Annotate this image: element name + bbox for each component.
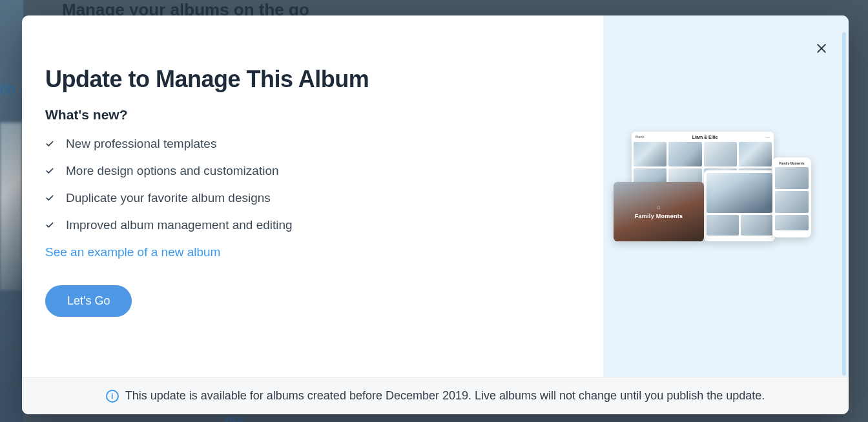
camera-icon: ⌂	[635, 204, 683, 210]
preview-thumb	[707, 215, 739, 236]
feature-text: Duplicate your favorite album designs	[66, 191, 271, 205]
feature-list: New professional templates More design o…	[45, 137, 577, 232]
check-icon	[45, 139, 54, 148]
modal-subtitle: What's new?	[45, 107, 577, 123]
feature-text: Improved album management and editing	[66, 218, 293, 232]
modal-content: Update to Manage This Album What's new? …	[22, 15, 603, 377]
preview-phone-title: Family Moments	[775, 161, 809, 165]
check-icon	[45, 221, 54, 230]
lets-go-button[interactable]: Let's Go	[45, 285, 132, 317]
preview-back-label: Back	[636, 135, 644, 139]
preview-thumb	[634, 142, 666, 166]
preview-phone-card: Family Moments	[772, 157, 811, 237]
check-icon	[45, 166, 54, 176]
preview-menu-icon: ⋯	[766, 135, 770, 139]
modal-preview-panel: Back Liam & Ellie ⋯	[603, 15, 849, 377]
preview-thumb	[775, 191, 809, 213]
modal-footer: i This update is available for albums cr…	[22, 377, 849, 414]
preview-cluster: Back Liam & Ellie ⋯	[607, 132, 840, 280]
feature-item: Improved album management and editing	[45, 218, 577, 232]
preview-thumb	[775, 215, 809, 230]
preview-desktop-title: Liam & Ellie	[692, 135, 718, 139]
update-modal: Update to Manage This Album What's new? …	[22, 15, 849, 414]
modal-title: Update to Manage This Album	[45, 66, 577, 93]
preview-cover-title: Family Moments	[635, 213, 683, 219]
feature-text: New professional templates	[66, 137, 216, 151]
preview-thumb	[739, 142, 772, 166]
preview-thumb	[741, 215, 773, 236]
close-button[interactable]	[810, 37, 833, 61]
preview-thumb	[775, 167, 809, 189]
modal-body: Update to Manage This Album What's new? …	[22, 15, 849, 377]
feature-item: Duplicate your favorite album designs	[45, 191, 577, 205]
feature-item: New professional templates	[45, 137, 577, 151]
check-icon	[45, 194, 54, 203]
info-icon: i	[106, 390, 119, 403]
close-icon	[815, 42, 828, 57]
preview-tablet-card	[704, 170, 775, 241]
preview-thumb	[668, 142, 701, 166]
example-link[interactable]: See an example of a new album	[45, 245, 220, 259]
preview-thumb	[704, 142, 737, 166]
feature-text: More design options and customization	[66, 164, 279, 178]
footer-notice: This update is available for albums crea…	[125, 389, 765, 403]
preview-cover-card: ⌂ Family Moments	[614, 182, 704, 241]
scrollbar[interactable]	[842, 32, 846, 376]
feature-item: More design options and customization	[45, 164, 577, 178]
preview-thumb	[707, 173, 772, 213]
